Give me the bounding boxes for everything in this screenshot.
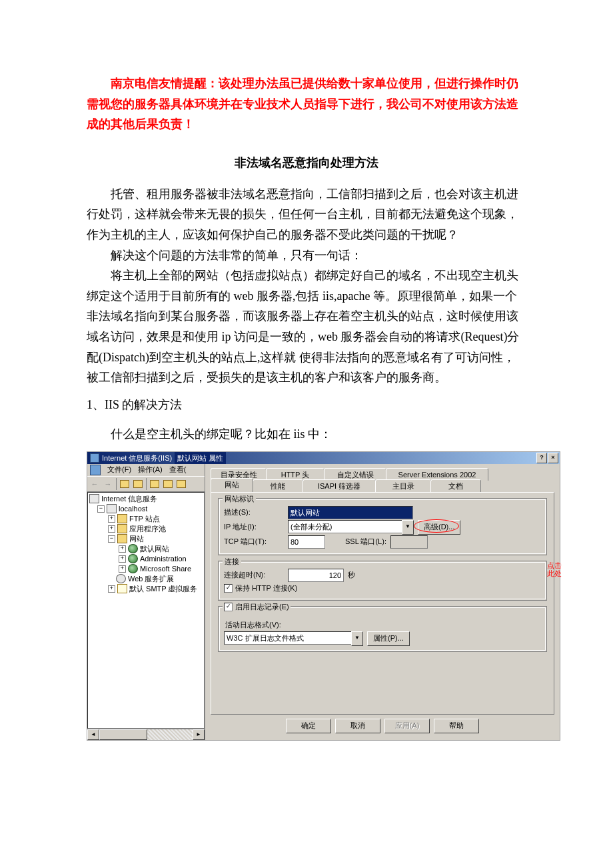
folder-icon bbox=[117, 524, 127, 533]
row-timeout: 连接超时(N): 120 秒 bbox=[224, 568, 541, 583]
paragraph-1: 托管、租用服务器被非法域名恶意指向，工信部扫描到之后，也会对该主机进行处罚，这样… bbox=[87, 184, 526, 245]
title-left-segment: Internet 信息服务(IIS) bbox=[87, 452, 175, 464]
expand-toggle[interactable]: + bbox=[119, 555, 126, 563]
tree-ftp[interactable]: + FTP 站点 bbox=[89, 514, 204, 524]
menu-action[interactable]: 操作(A) bbox=[138, 465, 163, 475]
help-button[interactable]: 帮助 bbox=[434, 719, 479, 733]
tree-label: 应用程序池 bbox=[129, 524, 166, 534]
label-timeout: 连接超时(N): bbox=[224, 570, 284, 580]
computer-icon bbox=[89, 494, 99, 503]
input-description[interactable]: 默认网站 bbox=[288, 506, 413, 519]
menu-view[interactable]: 查看( bbox=[169, 465, 187, 475]
collapse-toggle[interactable]: − bbox=[97, 505, 105, 513]
expand-toggle[interactable]: + bbox=[119, 545, 126, 553]
label-tcp-port: TCP 端口(T): bbox=[224, 537, 284, 547]
dialog-buttons: 确定 取消 应用(A) 帮助 bbox=[211, 715, 554, 735]
log-properties-button[interactable]: 属性(P)... bbox=[367, 631, 410, 646]
tab-home-dir[interactable]: 主目录 bbox=[375, 479, 431, 492]
input-ssl-port[interactable] bbox=[390, 535, 428, 549]
tree-label: Microsoft Share bbox=[140, 565, 191, 573]
tree-view[interactable]: Internet 信息服务 − localhost + FTP 站点 + bbox=[87, 492, 205, 729]
input-timeout[interactable]: 120 bbox=[288, 569, 344, 582]
group-title: 连接 bbox=[223, 557, 241, 567]
label-ssl-port: SSL 端口(L): bbox=[345, 537, 386, 547]
tree-default-web[interactable]: + 默认网站 bbox=[89, 544, 204, 554]
expand-toggle[interactable]: + bbox=[108, 525, 115, 533]
window-body: 文件(F) 操作(A) 查看( ← → bbox=[87, 464, 560, 740]
dropdown-button[interactable]: ▼ bbox=[351, 631, 363, 646]
row-description: 描述(S): 默认网站 bbox=[224, 505, 541, 520]
input-tcp-port[interactable]: 80 bbox=[288, 535, 325, 549]
show-hide-button[interactable] bbox=[132, 478, 144, 490]
document-page: 南京电信友情提醒：该处理办法虽已提供给数十家单位使用，但进行操作时仍需视您的服务… bbox=[0, 0, 613, 767]
collapse-toggle[interactable]: − bbox=[108, 535, 115, 543]
tool-bar: ← → bbox=[87, 476, 205, 492]
checkbox-icon: ✓ bbox=[224, 584, 233, 593]
group-title: 网站标识 bbox=[223, 494, 256, 504]
tab-documents[interactable]: 文档 bbox=[430, 479, 481, 492]
tree-label: 默认网站 bbox=[140, 544, 169, 554]
export-button[interactable] bbox=[175, 478, 187, 490]
tab-isapi[interactable]: ISAPI 筛选器 bbox=[303, 479, 376, 492]
close-button[interactable]: × bbox=[548, 453, 558, 463]
expand-toggle[interactable]: + bbox=[108, 515, 115, 523]
scroll-right-button[interactable]: ► bbox=[193, 729, 205, 740]
dropdown-button[interactable]: ▼ bbox=[402, 520, 414, 535]
combo-ip-value[interactable]: (全部未分配) bbox=[288, 520, 402, 533]
horizontal-scrollbar[interactable]: ◄ ► bbox=[87, 729, 205, 740]
logging-group: ✓ 启用日志记录(E) 活动日志格式(V): W3C 扩展日志文件格式 ▼ 属性… bbox=[218, 606, 547, 652]
row-log-format: W3C 扩展日志文件格式 ▼ 属性(P)... bbox=[224, 631, 541, 646]
properties-button[interactable] bbox=[149, 478, 161, 490]
label-log-format: 活动日志格式(V): bbox=[225, 620, 541, 630]
scroll-left-button[interactable]: ◄ bbox=[87, 729, 99, 740]
expand-toggle[interactable]: + bbox=[119, 565, 126, 573]
title-left-text: Internet 信息服务(IIS) bbox=[102, 452, 172, 464]
window-title-bar: Internet 信息服务(IIS) 默认网站 属性 ? × bbox=[87, 452, 560, 464]
apply-button[interactable]: 应用(A) bbox=[384, 719, 430, 733]
cancel-button[interactable]: 取消 bbox=[335, 719, 380, 733]
app-icon bbox=[90, 453, 99, 463]
tab-panel: 点击 此处 网站标识 描述(S): 默认网站 IP 地址(I): (全部未分配) bbox=[211, 492, 554, 715]
combo-ip[interactable]: (全部未分配) ▼ bbox=[288, 520, 414, 535]
title-right-segment: 默认网站 属性 bbox=[175, 452, 226, 464]
tree-smtp[interactable]: + 默认 SMTP 虚拟服务 bbox=[89, 584, 204, 594]
tab-strip: 目录安全性 HTTP 头 自定义错误 Server Extensions 200… bbox=[211, 468, 554, 492]
tree-web[interactable]: − 网站 bbox=[89, 534, 204, 544]
tree-label: Internet 信息服务 bbox=[101, 494, 157, 504]
gear-icon bbox=[116, 574, 126, 583]
tree-ext[interactable]: Web 服务扩展 bbox=[89, 574, 204, 584]
advanced-button[interactable]: 高级(D)... bbox=[418, 520, 460, 535]
tree-root[interactable]: Internet 信息服务 bbox=[89, 494, 204, 504]
tab-performance[interactable]: 性能 bbox=[253, 479, 303, 492]
checkbox-label: 启用日志记录(E) bbox=[235, 602, 289, 612]
ok-button[interactable]: 确定 bbox=[286, 719, 331, 733]
combo-log-value[interactable]: W3C 扩展日志文件格式 bbox=[224, 631, 351, 645]
callout-annotation: 点击 此处 bbox=[547, 561, 562, 577]
tab-website[interactable]: 网站 bbox=[211, 478, 253, 492]
scroll-track[interactable] bbox=[147, 729, 193, 740]
help-button[interactable]: ? bbox=[536, 453, 547, 463]
mmc-icon bbox=[90, 465, 101, 475]
mmc-left-pane: 文件(F) 操作(A) 查看( ← → bbox=[87, 464, 205, 740]
label-seconds: 秒 bbox=[348, 570, 355, 580]
combo-log-format[interactable]: W3C 扩展日志文件格式 ▼ bbox=[224, 631, 363, 646]
tree-apppool[interactable]: + 应用程序池 bbox=[89, 524, 204, 534]
up-folder-button[interactable] bbox=[119, 478, 131, 490]
iis-screenshot: Internet 信息服务(IIS) 默认网站 属性 ? × 文件(F) 操作(… bbox=[87, 451, 560, 741]
tree-admin[interactable]: + Administration bbox=[89, 554, 204, 564]
refresh-button[interactable] bbox=[162, 478, 174, 490]
folder-icon bbox=[117, 514, 127, 523]
checkbox-logging[interactable]: ✓ 启用日志记录(E) bbox=[223, 601, 291, 613]
forward-button[interactable]: → bbox=[102, 478, 114, 490]
scroll-thumb[interactable] bbox=[99, 729, 147, 740]
tree-mss[interactable]: + Microsoft Share bbox=[89, 564, 204, 574]
checkbox-label: 保持 HTTP 连接(K) bbox=[235, 583, 297, 593]
row-ip: IP 地址(I): (全部未分配) ▼ 高级(D)... bbox=[224, 520, 541, 535]
menu-file[interactable]: 文件(F) bbox=[107, 465, 131, 475]
expand-toggle[interactable]: + bbox=[108, 585, 115, 593]
back-button[interactable]: ← bbox=[89, 478, 101, 490]
tree-label: Administration bbox=[140, 555, 187, 563]
checkbox-icon: ✓ bbox=[224, 603, 233, 611]
checkbox-keepalive[interactable]: ✓ 保持 HTTP 连接(K) bbox=[224, 583, 541, 595]
tree-host[interactable]: − localhost bbox=[89, 504, 204, 514]
